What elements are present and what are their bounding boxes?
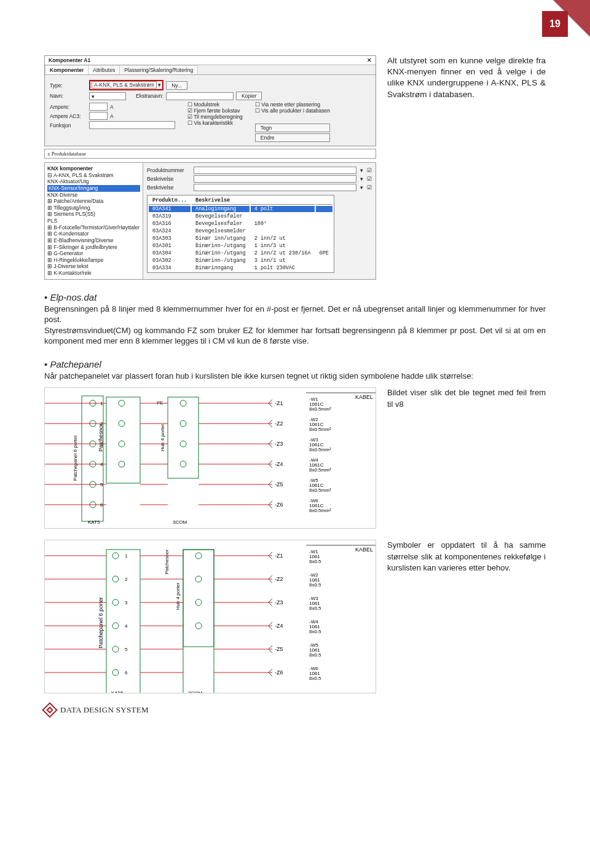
clear-icon[interactable]: ☑ (367, 167, 372, 173)
svg-point-47 (180, 461, 186, 467)
dropdown-icon[interactable]: ▾ (360, 167, 363, 173)
type-dropdown[interactable]: A-KNX, PLS & Svakstrøm (92, 81, 157, 89)
svg-rect-76 (106, 550, 140, 693)
ampere-ac3-input[interactable] (89, 112, 108, 120)
new-button[interactable]: Ny... (166, 81, 187, 90)
svg-text:3: 3 (100, 441, 103, 447)
svg-text:Patchepanel 6 porter: Patchepanel 6 porter (73, 435, 78, 481)
svg-text:6: 6 (125, 670, 128, 676)
chk-alle-produkter[interactable]: Vis alle produkter i databasen (255, 108, 330, 114)
svg-text:8x0.5: 8x0.5 (309, 676, 321, 681)
table-row[interactable]: 03A302Binærinn-/utgang3 inn/1 ut (149, 258, 332, 264)
tree-node[interactable]: KNX-Sensor/Inngang (47, 185, 140, 192)
tree-node[interactable]: ⊟ A-KNX, PLS & Svakstrøm (47, 172, 140, 179)
svg-text:8x0.5mm²: 8x0.5mm² (309, 487, 331, 493)
svg-text:-Z5: -Z5 (275, 481, 283, 487)
tree-node[interactable]: KNX-Aktuator/Utg (47, 178, 140, 185)
tree-node[interactable]: ⊞ E-Bladhenvisning/Diverse (47, 237, 140, 244)
diagram-after-caption: Symboler er oppdatert til å ha samme stø… (387, 540, 546, 574)
navn-input[interactable]: ▾ (89, 92, 126, 100)
tab-komponenter[interactable]: Komponenter (45, 65, 88, 74)
tab-attributes[interactable]: Attributes (88, 65, 120, 74)
svg-text:3: 3 (125, 600, 128, 606)
dropdown-icon[interactable]: ▾ (360, 184, 363, 191)
svg-text:-Z4: -Z4 (275, 461, 283, 467)
tree-node[interactable]: ⊞ Patche/Antenne/Data (47, 198, 140, 205)
ekstranavn-input[interactable] (166, 92, 234, 100)
tree-node[interactable]: KNX-Diverse (47, 192, 140, 199)
tree-node[interactable]: ⊞ Tilleggsutg/inng. (47, 205, 140, 211)
tree-node[interactable]: ⊞ K-Kontaktor/rele (47, 270, 140, 277)
tegn-button[interactable]: Tegn (255, 124, 330, 132)
section-patch-heading: Patchepanel (44, 359, 546, 369)
produktdatabase-panel: KNX komponenter ⊟ A-KNX, PLS & Svakstrøm… (44, 162, 376, 280)
chk-karakteristikk[interactable]: Vis karakteristikk (187, 120, 243, 126)
footer-text: DATA DESIGN SYSTEM (60, 705, 149, 715)
tree-node[interactable]: ⊞ C-Kondensator (47, 231, 140, 237)
ampere-ac3-unit: A (110, 113, 114, 119)
table-row[interactable]: 03A304Binærinn-/utgang2 inn/2 ut 230/16A… (149, 250, 332, 256)
search-beskrivelse-input[interactable] (194, 175, 356, 183)
svg-text:1: 1 (100, 401, 103, 406)
product-tree[interactable]: KNX komponenter ⊟ A-KNX, PLS & Svakstrøm… (45, 163, 143, 279)
svg-point-82 (112, 553, 119, 559)
svg-text:6: 6 (100, 502, 103, 508)
svg-text:4: 4 (100, 462, 103, 467)
svg-point-12 (119, 400, 125, 406)
svg-text:8x0.5: 8x0.5 (309, 559, 321, 564)
tree-node[interactable]: ⊞ F-Sikringer & jordfeilbrytere (47, 244, 140, 251)
dropdown-icon[interactable]: ▾ (360, 176, 363, 182)
search-produktnummer-input[interactable] (194, 167, 356, 174)
close-icon[interactable]: ✕ (367, 57, 372, 63)
type-label: Type: (50, 82, 87, 89)
clear-icon[interactable]: ☑ (367, 176, 372, 182)
search-beskrivelse2-input[interactable] (194, 184, 356, 191)
svg-text:5: 5 (125, 647, 128, 652)
svg-point-36 (180, 441, 186, 447)
col-beskrivelse: Beskrivelse (192, 197, 250, 205)
endre-button[interactable]: Endre (255, 133, 330, 142)
funksjon-input[interactable] (89, 121, 175, 129)
ampere-input[interactable] (89, 103, 108, 111)
copy-button[interactable]: Kopier (236, 92, 262, 100)
table-row[interactable]: 03A316Bevegelsesføler180° (149, 221, 332, 227)
table-row[interactable]: 03A324Bevegelsesmelder (149, 228, 332, 234)
product-table[interactable]: Produktn... Beskrivelse 03A341Analoginng… (147, 195, 334, 273)
tree-node[interactable]: ⊞ H-Ringeklokke/lampe (47, 257, 140, 264)
svg-text:-Z3: -Z3 (275, 441, 283, 447)
table-row[interactable]: 03A319Bevegelsesføler (149, 213, 332, 219)
tree-node[interactable]: PLS (47, 218, 140, 224)
svg-text:-Z2: -Z2 (275, 420, 283, 427)
svg-point-102 (112, 599, 119, 606)
svg-text:KABEL: KABEL (355, 546, 373, 553)
chk-modulstrek[interactable]: Modulstrek (187, 101, 243, 108)
svg-text:4: 4 (125, 623, 128, 629)
svg-text:8x0.5: 8x0.5 (309, 652, 321, 658)
chk-fjern-bokstav[interactable]: Fjern første bokstav (187, 108, 243, 114)
table-row[interactable]: 03A341Analoginngang4 polt (149, 206, 332, 212)
svg-point-95 (195, 576, 202, 582)
svg-text:8x0.5: 8x0.5 (309, 582, 321, 588)
chk-neste-plassering[interactable]: Via neste etter plassering (255, 101, 330, 108)
svg-rect-6 (168, 397, 199, 478)
diagram-before: KABELPatchesnorPatchepanel 6 porterHub 4… (44, 387, 376, 529)
svg-text:-Z5: -Z5 (275, 646, 283, 652)
clear-icon[interactable]: ☑ (367, 184, 372, 191)
col-produktnr: Produktn... (149, 197, 191, 205)
table-row[interactable]: 03A334Binærinngang1 polt 230VAC (149, 265, 332, 271)
chk-mengdeberegning[interactable]: Til mengdeberegning (187, 114, 243, 120)
tab-plassering[interactable]: Plassering/Skalering/Rotering (119, 65, 198, 74)
ekstranavn-label: Ekstranavn: (136, 93, 163, 99)
svg-rect-73 (183, 550, 214, 693)
table-row[interactable]: 03A301Binærinn-/utgang1 inn/3 ut (149, 243, 332, 249)
tree-node[interactable]: ⊞ J-Diverse tekst (47, 263, 140, 270)
tree-node[interactable]: ⊞ Siemens PLS(S5) (47, 211, 140, 218)
svg-rect-78 (183, 550, 214, 693)
table-row[interactable]: 03A303Binær inn/utgang2 inn/2 ut (149, 235, 332, 242)
tree-node[interactable]: ⊞ G-Generator (47, 250, 140, 257)
diagram-before-caption: Bildet viser slik det ble tegnet med fei… (387, 387, 546, 409)
svg-text:1: 1 (125, 553, 128, 559)
svg-point-23 (119, 420, 125, 427)
tree-node[interactable]: ⊞ B-Fotocelle/Termistor/Giver/Høyttaler (47, 224, 140, 231)
svg-text:2: 2 (100, 421, 103, 427)
